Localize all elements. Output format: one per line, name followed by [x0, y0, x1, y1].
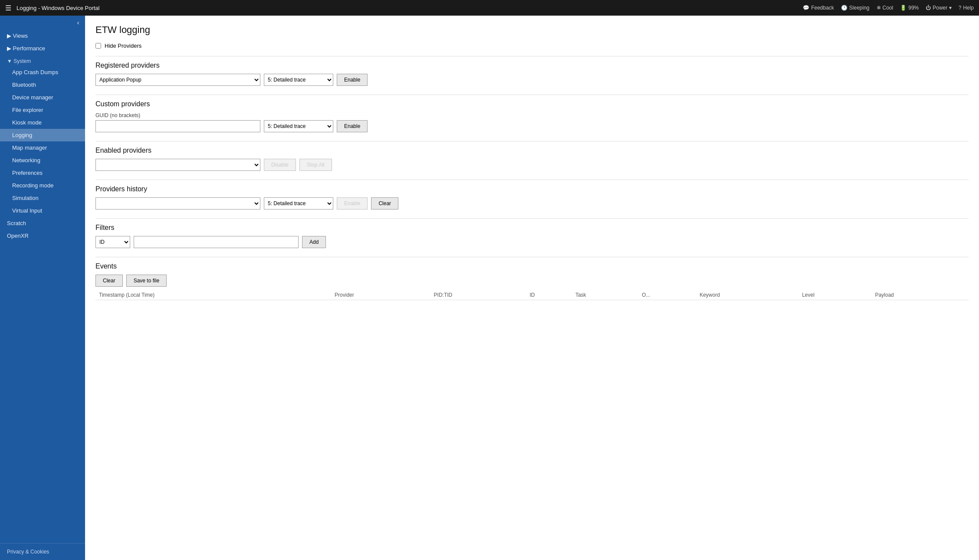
providers-history-divider [95, 180, 969, 180]
device-manager-label: Device manager [12, 94, 53, 101]
sleeping-action[interactable]: 🕐 Sleeping [841, 5, 870, 11]
registered-providers-controls: Application Popup 5: Detailed trace 1: C… [95, 74, 969, 86]
registered-enable-button[interactable]: Enable [337, 74, 368, 86]
filters-title: Filters [95, 224, 969, 232]
custom-enable-button[interactable]: Enable [337, 120, 368, 132]
hide-providers-checkbox[interactable] [95, 43, 101, 49]
sidebar-item-views[interactable]: ▶ Views [0, 29, 85, 42]
registered-provider-select[interactable]: Application Popup [95, 74, 260, 86]
filters-section: Filters ID Provider Task Level Add [95, 218, 969, 248]
enabled-providers-controls: Disable Stop All [95, 159, 969, 171]
views-label: ▶ Views [7, 33, 28, 39]
sidebar-item-performance[interactable]: ▶ Performance [0, 42, 85, 55]
file-explorer-label: File explorer [12, 107, 43, 113]
sidebar-collapse-button[interactable]: ‹ [71, 16, 85, 29]
providers-history-section: Providers history 5: Detailed trace 1: C… [95, 180, 969, 210]
battery-action[interactable]: 🔋 99% [900, 5, 919, 11]
openxr-label: OpenXR [7, 233, 29, 239]
filters-controls: ID Provider Task Level Add [95, 236, 969, 248]
sidebar-item-networking[interactable]: Networking [0, 154, 85, 167]
col-opcode: O... [638, 290, 696, 300]
sidebar-item-kiosk-mode[interactable]: Kiosk mode [0, 116, 85, 129]
sleeping-label: Sleeping [849, 5, 870, 11]
sidebar-item-recording-mode[interactable]: Recording mode [0, 179, 85, 192]
sleeping-icon: 🕐 [841, 5, 848, 11]
privacy-label: Privacy & Cookies [7, 549, 49, 555]
power-action[interactable]: ⏻ Power ▾ [926, 5, 951, 11]
sidebar-item-file-explorer[interactable]: File explorer [0, 104, 85, 116]
battery-label: 99% [908, 5, 919, 11]
history-clear-button[interactable]: Clear [371, 197, 398, 210]
scratch-label: Scratch [7, 220, 26, 226]
sidebar-item-app-crash-dumps[interactable]: App Crash Dumps [0, 66, 85, 79]
registered-trace-select[interactable]: 5: Detailed trace 1: Critical 2: Error 3… [264, 74, 333, 86]
events-title: Events [95, 262, 969, 270]
menu-icon[interactable]: ☰ [5, 4, 11, 12]
app-crash-dumps-label: App Crash Dumps [12, 69, 58, 75]
filter-add-button[interactable]: Add [302, 236, 326, 248]
cool-action[interactable]: ❄ Cool [877, 5, 894, 11]
history-enable-button[interactable]: Enable [337, 197, 368, 210]
col-task: Task [572, 290, 638, 300]
feedback-icon: 💬 [803, 5, 809, 11]
events-table-header: Timestamp (Local Time) Provider PID:TID … [95, 290, 969, 300]
kiosk-mode-label: Kiosk mode [12, 119, 42, 126]
feedback-label: Feedback [811, 5, 834, 11]
sidebar-item-logging[interactable]: Logging [0, 129, 85, 141]
col-provider: Provider [331, 290, 430, 300]
sidebar-item-map-manager[interactable]: Map manager [0, 141, 85, 154]
events-buttons: Clear Save to file [95, 275, 969, 287]
sidebar-item-virtual-input[interactable]: Virtual Input [0, 204, 85, 217]
hide-providers-row: Hide Providers [95, 43, 969, 49]
feedback-action[interactable]: 💬 Feedback [803, 5, 834, 11]
custom-providers-divider [95, 95, 969, 95]
stop-all-button[interactable]: Stop All [299, 159, 332, 171]
custom-providers-controls: 5: Detailed trace 1: Critical 2: Error 3… [95, 120, 969, 132]
logging-label: Logging [12, 132, 32, 138]
sidebar-footer-privacy[interactable]: Privacy & Cookies [0, 543, 85, 560]
sidebar: ‹ ▶ Views ▶ Performance ▼ System App Cra… [0, 16, 85, 560]
cool-icon: ❄ [877, 5, 881, 11]
providers-history-controls: 5: Detailed trace 1: Critical 2: Error 3… [95, 197, 969, 210]
events-table: Timestamp (Local Time) Provider PID:TID … [95, 290, 969, 300]
titlebar-title: Logging - Windows Device Portal [16, 5, 803, 11]
history-provider-select[interactable] [95, 197, 260, 210]
events-clear-button[interactable]: Clear [95, 275, 123, 287]
titlebar: ☰ Logging - Windows Device Portal 💬 Feed… [0, 0, 979, 16]
col-level: Level [798, 290, 871, 300]
events-save-button[interactable]: Save to file [126, 275, 167, 287]
col-payload: Payload [871, 290, 969, 300]
enabled-providers-title: Enabled providers [95, 147, 969, 154]
history-trace-select[interactable]: 5: Detailed trace 1: Critical 2: Error 3… [264, 197, 333, 210]
sidebar-item-preferences[interactable]: Preferences [0, 167, 85, 179]
main-layout: ‹ ▶ Views ▶ Performance ▼ System App Cra… [0, 16, 979, 560]
events-divider [95, 257, 969, 257]
sidebar-item-openxr[interactable]: OpenXR [0, 229, 85, 242]
enabled-providers-section: Enabled providers Disable Stop All [95, 141, 969, 171]
power-icon: ⏻ [926, 5, 931, 11]
disable-button[interactable]: Disable [264, 159, 296, 171]
sidebar-section-system[interactable]: ▼ System [0, 55, 85, 66]
help-action[interactable]: ? Help [959, 5, 974, 11]
sidebar-item-simulation[interactable]: Simulation [0, 192, 85, 204]
custom-providers-section: Custom providers GUID (no brackets) 5: D… [95, 95, 969, 132]
guid-input[interactable] [95, 120, 260, 132]
performance-label: ▶ Performance [7, 45, 45, 52]
sidebar-item-scratch[interactable]: Scratch [0, 217, 85, 229]
simulation-label: Simulation [12, 195, 39, 201]
power-label: Power ▾ [933, 5, 951, 11]
filter-value-input[interactable] [134, 236, 299, 248]
events-section: Events Clear Save to file Timestamp (Loc… [95, 257, 969, 300]
registered-providers-title: Registered providers [95, 62, 969, 69]
enabled-providers-divider [95, 141, 969, 141]
virtual-input-label: Virtual Input [12, 207, 42, 214]
map-manager-label: Map manager [12, 144, 47, 151]
enabled-provider-select[interactable] [95, 159, 260, 171]
col-pid-tid: PID:TID [430, 290, 526, 300]
sidebar-item-bluetooth[interactable]: Bluetooth [0, 79, 85, 91]
help-label: Help [963, 5, 974, 11]
sidebar-item-device-manager[interactable]: Device manager [0, 91, 85, 104]
custom-trace-select[interactable]: 5: Detailed trace 1: Critical 2: Error 3… [264, 120, 333, 132]
col-id: ID [526, 290, 572, 300]
filter-type-select[interactable]: ID Provider Task Level [95, 236, 130, 248]
